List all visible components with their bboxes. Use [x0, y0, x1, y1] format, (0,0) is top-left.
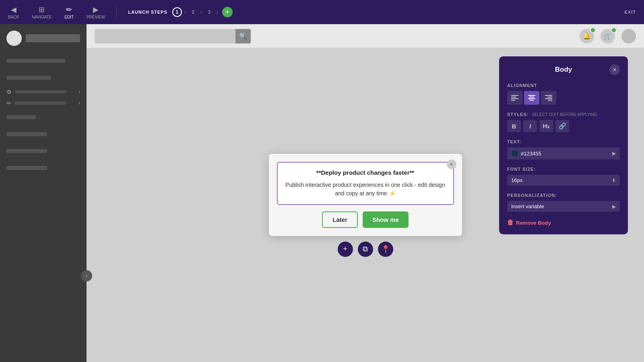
add-element-button[interactable]: + [338, 242, 353, 257]
search-input[interactable] [95, 29, 235, 43]
style-group: B I H₁ 🔗 [507, 120, 620, 132]
text-label: TEXT: [507, 139, 620, 144]
align-center-icon [528, 95, 535, 101]
trash-icon: 🗑 [507, 219, 514, 226]
sidebar-line-6 [6, 166, 47, 170]
svg-rect-1 [511, 97, 516, 97]
preview-button[interactable]: ▶ PREVIEW [83, 4, 108, 21]
right-panel: Body × ALIGNMENT [499, 56, 628, 234]
step-2-button[interactable]: 2 [188, 7, 198, 17]
back-icon: ◀ [11, 5, 17, 14]
sidebar-line-2 [6, 76, 51, 80]
launch-steps-label: LAUNCH STEPS [128, 10, 167, 14]
link-button[interactable]: 🔗 [555, 120, 569, 132]
modal-body-text: Publish interactive product experiences … [284, 181, 447, 198]
bold-button[interactable]: B [507, 120, 521, 132]
align-left-button[interactable] [507, 91, 522, 105]
modal-body-box: **Deploy product changes faster** Publis… [277, 162, 454, 205]
topbar-avatar[interactable] [621, 29, 636, 43]
step-3-button[interactable]: 3 [204, 7, 214, 17]
sidebar-line-3 [6, 115, 36, 119]
italic-button[interactable]: I [523, 120, 537, 132]
cart-icon: 🛒 [604, 32, 612, 40]
duplicate-button[interactable]: ⧉ [358, 242, 373, 257]
step-1-button[interactable]: 1 [172, 7, 182, 17]
svg-rect-8 [545, 95, 552, 96]
step-arrow-3: › [217, 9, 218, 15]
notification-badge [590, 27, 596, 33]
modal-close-button[interactable]: × [447, 159, 456, 169]
sidebar-section-2 [0, 69, 87, 86]
remove-body-button[interactable]: 🗑 Remove Body [507, 219, 620, 226]
location-button[interactable]: 📍 [378, 242, 393, 257]
svg-rect-2 [511, 98, 518, 99]
modal-title: **Deploy product changes faster** [284, 169, 447, 176]
sidebar-gear-row-2[interactable]: ✏ › [0, 97, 87, 109]
sidebar-collapse-button[interactable]: ‹ [81, 270, 92, 281]
sidebar-gear-label-1 [15, 90, 66, 93]
modal-title-text: **Deploy product changes faster** [316, 169, 414, 176]
styles-label: STYLES: [507, 112, 528, 117]
panel-alignment-section: ALIGNMENT [507, 83, 620, 105]
step-arrow-2: › [200, 9, 202, 15]
preview-icon: ▶ [93, 5, 99, 14]
remove-body-label: Remove Body [516, 220, 551, 226]
close-icon: × [613, 66, 616, 73]
font-size-dropdown[interactable]: 16px ⬍ [507, 175, 620, 186]
modal-dialog: × **Deploy product changes faster** Publ… [269, 154, 462, 236]
panel-text-section: TEXT: #123455 ▶ [507, 139, 620, 159]
topbar-right: 🔔 🛒 [580, 29, 636, 43]
close-icon: × [450, 161, 453, 168]
avatar [6, 31, 22, 46]
edit-icon: ✏ [66, 5, 72, 14]
navigate-button[interactable]: ⊞ NAVIGATE [29, 4, 55, 21]
show-me-button[interactable]: Show me [363, 211, 409, 228]
svg-rect-11 [548, 100, 552, 101]
sidebar-header [0, 24, 87, 52]
search-container: 🔍 [95, 29, 251, 43]
gear-icon-1: ⚙ [6, 89, 12, 95]
later-button[interactable]: Later [322, 211, 358, 228]
svg-rect-0 [511, 95, 518, 96]
back-label: BACK [8, 15, 19, 19]
launch-steps: LAUNCH STEPS 1 › 2 › 3 › + [128, 7, 233, 17]
panel-styles-section: STYLES: SELECT TEXT BEFORE APPLYING. B I… [507, 112, 620, 132]
sidebar-gear-label-2 [14, 101, 66, 105]
navigate-icon: ⊞ [39, 5, 45, 14]
back-button[interactable]: ◀ BACK [5, 4, 22, 21]
chevron-left-icon: ‹ [86, 273, 87, 279]
panel-personalization-section: PERSONALIZATION: Insert variable ▶ [507, 193, 620, 212]
chevron-right-icon-1: › [78, 89, 80, 95]
edit-button[interactable]: ✏ EDIT [61, 4, 77, 21]
heading-button[interactable]: H₁ [539, 120, 553, 132]
text-color-dropdown[interactable]: #123455 ▶ [507, 147, 620, 159]
align-right-button[interactable] [541, 91, 556, 105]
sidebar-section-1 [0, 52, 87, 69]
main-area: ⚙ › ✏ › ‹ [0, 24, 644, 362]
duplicate-icon: ⧉ [363, 245, 368, 253]
font-size-arrow-icon: ⬍ [612, 178, 616, 183]
sidebar-section-4 [0, 126, 87, 143]
dropdown-arrow-icon: ▶ [612, 151, 616, 156]
panel-close-button[interactable]: × [609, 64, 620, 75]
sidebar-gear-row-1[interactable]: ⚙ › [0, 86, 87, 97]
align-center-button[interactable] [524, 91, 539, 105]
notifications-button[interactable]: 🔔 [580, 29, 594, 43]
search-button[interactable]: 🔍 [235, 29, 251, 43]
align-right-icon [545, 95, 552, 101]
content-topbar: 🔍 🔔 🛒 [87, 24, 644, 48]
divider [116, 5, 117, 19]
italic-icon: I [529, 123, 531, 130]
exit-button[interactable]: EXIT [621, 8, 639, 16]
panel-header: Body × [507, 64, 620, 75]
add-step-button[interactable]: + [222, 7, 233, 17]
cart-button[interactable]: 🛒 [601, 29, 615, 43]
personalization-dropdown[interactable]: Insert variable ▶ [507, 201, 620, 212]
navigate-label: NAVIGATE [32, 15, 52, 19]
personalization-arrow-icon: ▶ [612, 204, 616, 209]
modal-toolbar: + ⧉ 📍 [338, 242, 393, 257]
heading-icon: H₁ [543, 122, 550, 130]
link-icon: 🔗 [559, 122, 566, 130]
content-area: 🔍 🔔 🛒 × [87, 24, 644, 362]
styles-sublabel: SELECT TEXT BEFORE APPLYING. [532, 112, 598, 117]
